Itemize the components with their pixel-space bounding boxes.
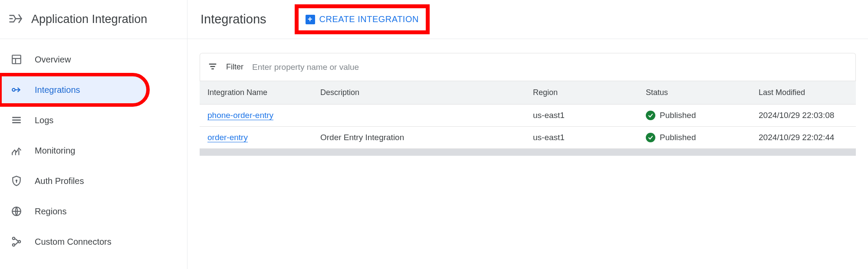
sidebar-item-label: Regions (35, 207, 66, 217)
svg-rect-18 (210, 66, 215, 67)
check-circle-icon (646, 133, 655, 142)
svg-rect-5 (12, 117, 21, 118)
status-cell: Published (646, 133, 743, 142)
logs-icon (10, 114, 23, 126)
cell-region: us-east1 (525, 127, 638, 149)
sidebar-item-auth-profiles[interactable]: Auth Profiles (0, 166, 187, 196)
product-logo-icon (8, 11, 23, 28)
sidebar-item-logs[interactable]: Logs (0, 105, 187, 135)
sidebar-item-label: Logs (35, 115, 53, 125)
sidebar: Application Integration Overview Integra… (0, 0, 187, 269)
integration-link[interactable]: phone-order-entry (207, 111, 273, 120)
product-title: Application Integration (31, 13, 147, 26)
plus-icon: + (306, 15, 315, 24)
status-label: Published (660, 111, 696, 120)
svg-rect-17 (209, 63, 217, 64)
col-region[interactable]: Region (525, 81, 638, 105)
col-last-modified[interactable]: Last Modified (751, 81, 856, 105)
sidebar-item-integrations[interactable]: Integrations (0, 75, 148, 105)
regions-icon (10, 205, 23, 217)
status-label: Published (660, 133, 696, 142)
create-integration-highlight: + CREATE INTEGRATION (297, 7, 427, 32)
integration-link[interactable]: order-entry (207, 133, 248, 142)
main: Integrations + CREATE INTEGRATION Filter (187, 0, 868, 269)
cell-last-modified: 2024/10/29 22:02:44 (751, 127, 856, 149)
sidebar-item-regions[interactable]: Regions (0, 196, 187, 226)
page-title: Integrations (201, 12, 266, 26)
filter-bar: Filter (200, 53, 856, 81)
sidebar-item-label: Auth Profiles (35, 176, 84, 186)
cell-description (312, 105, 525, 127)
check-circle-icon (646, 111, 655, 120)
main-header: Integrations + CREATE INTEGRATION (187, 0, 868, 39)
svg-rect-7 (12, 122, 21, 123)
svg-rect-12 (16, 181, 17, 183)
cell-last-modified: 2024/10/29 22:03:08 (751, 105, 856, 127)
sidebar-item-monitoring[interactable]: Monitoring (0, 135, 187, 166)
overview-icon (10, 53, 23, 66)
auth-profiles-icon (10, 175, 23, 187)
svg-rect-0 (12, 55, 21, 64)
table-row: order-entry Order Entry Integration us-e… (200, 127, 856, 149)
svg-rect-19 (211, 68, 214, 69)
filter-label: Filter (226, 62, 243, 72)
sidebar-item-label: Overview (35, 55, 71, 65)
sidebar-nav: Overview Integrations Logs (0, 39, 187, 257)
create-integration-label: CREATE INTEGRATION (319, 14, 419, 24)
product-header: Application Integration (0, 0, 187, 39)
sidebar-item-label: Monitoring (35, 146, 75, 156)
sidebar-item-custom-connectors[interactable]: Custom Connectors (0, 226, 187, 257)
monitoring-icon (10, 144, 23, 157)
sidebar-item-overview[interactable]: Overview (0, 44, 187, 75)
horizontal-scrollbar[interactable] (200, 149, 856, 156)
col-name[interactable]: Integration Name (200, 81, 312, 105)
col-status[interactable]: Status (638, 81, 751, 105)
create-integration-button[interactable]: + CREATE INTEGRATION (306, 14, 419, 24)
content: Filter Integration Name Description Regi… (187, 39, 868, 156)
filter-input[interactable] (252, 62, 848, 72)
integrations-table: Integration Name Description Region Stat… (200, 81, 856, 149)
col-description[interactable]: Description (312, 81, 525, 105)
status-cell: Published (646, 111, 743, 120)
table-row: phone-order-entry us-east1 Published 2 (200, 105, 856, 127)
svg-rect-6 (12, 119, 21, 121)
sidebar-item-label: Integrations (35, 85, 80, 95)
cell-description: Order Entry Integration (312, 127, 525, 149)
custom-connectors-icon (10, 236, 23, 248)
cell-region: us-east1 (525, 105, 638, 127)
filter-icon (208, 62, 217, 73)
integrations-icon (10, 84, 23, 96)
sidebar-item-label: Custom Connectors (35, 237, 112, 247)
